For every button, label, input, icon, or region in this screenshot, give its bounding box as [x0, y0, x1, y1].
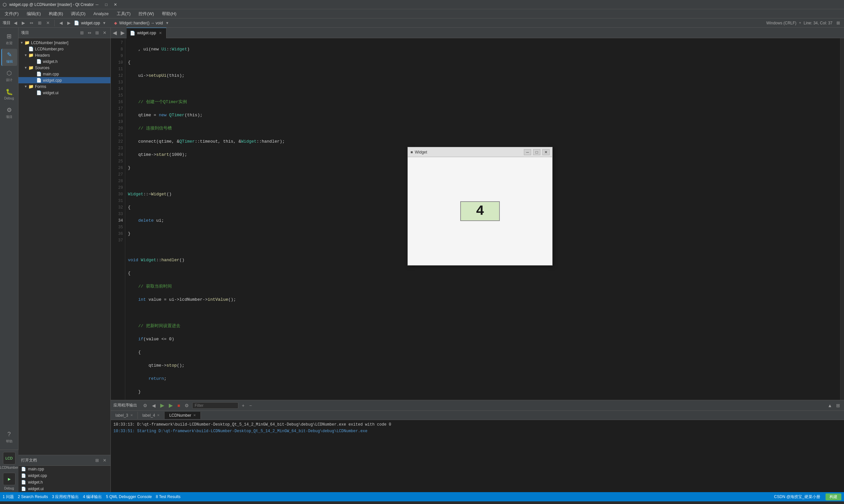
- menu-build[interactable]: 构建(B): [46, 10, 66, 18]
- project-toolbar-float[interactable]: ⊞: [94, 30, 100, 36]
- debug-device-label: Debug: [4, 487, 14, 490]
- project-panel: 项目 ⊞ ⇔ ⊞ ✕ ▼ 📁 LCDNumber [master] 📄 LCDN…: [18, 28, 111, 492]
- tree-sources[interactable]: ▼ 📁 Sources: [18, 65, 110, 71]
- project-toolbar-filter[interactable]: ⊞: [79, 30, 85, 36]
- sidebar-projects[interactable]: ⚙ 项目: [1, 104, 17, 121]
- widget-maximize-btn[interactable]: □: [533, 149, 540, 155]
- filter-add[interactable]: +: [240, 402, 246, 409]
- split-editor[interactable]: ⊠: [835, 20, 841, 26]
- tab-nav-right[interactable]: ▶: [119, 28, 126, 38]
- app-title: widget.cpp @ LCDNumber [master] - Qt Cre…: [9, 2, 93, 7]
- sidebar-debug-label: Debug: [4, 96, 14, 100]
- breadcrumb-selector[interactable]: ▾: [165, 20, 170, 26]
- tree-pro-file[interactable]: 📄 LCDNumber.pro: [18, 46, 110, 52]
- sidebar-debug[interactable]: 🐛 Debug: [1, 86, 17, 103]
- help-icon: ?: [5, 431, 13, 438]
- status-compile[interactable]: 4 编译输出: [83, 494, 102, 500]
- menu-help[interactable]: 帮助(H): [159, 10, 180, 18]
- tab-close-btn[interactable]: ✕: [158, 31, 163, 36]
- menu-analyze[interactable]: Analyze: [90, 10, 112, 17]
- maximize-button[interactable]: □: [103, 2, 109, 7]
- toolbar-forward[interactable]: ▶: [20, 20, 27, 26]
- tab-lcd-close[interactable]: ✕: [193, 413, 196, 417]
- pro-label: LCDNumber.pro: [35, 47, 64, 51]
- root-arrow: ▼: [20, 41, 24, 44]
- editor-scrollbar[interactable]: [840, 38, 844, 400]
- tree-headers[interactable]: ▼ 📁 Headers: [18, 52, 110, 58]
- output-settings[interactable]: ⚙: [142, 402, 149, 409]
- sources-arrow: ▼: [24, 66, 28, 70]
- statusbar: 1 问题 2 Search Results 3 应用程序输出 4 编译输出 5 …: [0, 492, 844, 501]
- output-prev[interactable]: ◀: [151, 402, 157, 409]
- tree-forms[interactable]: ▼ 📁 Forms: [18, 83, 110, 90]
- nav-back[interactable]: ◀: [58, 20, 64, 26]
- sidebar-design[interactable]: ⬡ 设计: [1, 67, 17, 84]
- left-sidebar: ⊞ 欢迎 ✎ 编辑 ⬡ 设计 🐛 Debug ⚙ 项目 ? 帮助 LCD LCD…: [0, 28, 18, 492]
- status-search[interactable]: 2 Search Results: [18, 494, 48, 499]
- close-button[interactable]: ✕: [112, 2, 119, 7]
- doc-widget-h[interactable]: 📄 widget.h: [18, 479, 110, 486]
- bottom-tab-lcdnumber[interactable]: LCDNumber ✕: [165, 412, 201, 419]
- status-qml[interactable]: 5 QML Debugger Console: [106, 494, 152, 499]
- tab3-close[interactable]: ✕: [130, 413, 133, 417]
- open-docs-float[interactable]: ⊞: [94, 457, 100, 464]
- sidebar-help[interactable]: ? 帮助: [1, 429, 17, 446]
- edit-icon: ✎: [6, 51, 13, 58]
- menu-file[interactable]: 文件(F): [1, 10, 22, 18]
- build-button[interactable]: 构建: [826, 493, 841, 500]
- tree-widget-cpp[interactable]: 📄 widget.cpp: [18, 77, 110, 83]
- output-float[interactable]: ⊞: [835, 402, 841, 409]
- widget-minimize-btn[interactable]: ─: [524, 149, 531, 155]
- status-output[interactable]: 3 应用程序输出: [52, 494, 79, 500]
- tab4-close[interactable]: ✕: [157, 413, 159, 417]
- sidebar-edit[interactable]: ✎ 编辑: [1, 49, 17, 66]
- bottom-tab-label3[interactable]: label_3 ✕: [111, 412, 138, 419]
- doc-main-cpp[interactable]: 📄 main.cpp: [18, 466, 110, 472]
- forms-icon: 📁: [28, 84, 34, 89]
- menu-controls[interactable]: 控件(W): [135, 10, 157, 18]
- output-run2[interactable]: ▶: [168, 401, 174, 409]
- doc-widget-cpp[interactable]: 📄 widget.cpp: [18, 472, 110, 479]
- forms-arrow: ▼: [24, 85, 28, 88]
- doc-widget-ui-label: widget.ui: [28, 487, 44, 491]
- menu-edit[interactable]: 编辑(E): [23, 10, 44, 18]
- forms-label: Forms: [35, 84, 46, 89]
- file-selector[interactable]: ▾: [102, 20, 107, 26]
- toolbar-back[interactable]: ◀: [13, 20, 18, 26]
- main-cpp-label: main.cpp: [43, 72, 59, 76]
- open-docs-panel: 打开文档 ⊞ ✕ 📄 main.cpp 📄 widget.cpp 📄 widge: [18, 455, 110, 492]
- toolbar-split[interactable]: ⇔: [28, 20, 35, 26]
- widget-close-btn[interactable]: ✕: [542, 149, 550, 155]
- sidebar-welcome[interactable]: ⊞ 欢迎: [1, 30, 17, 48]
- tree-widget-h[interactable]: 📄 widget.h: [18, 58, 110, 65]
- tree-widget-ui[interactable]: 📄 widget.ui: [18, 90, 110, 96]
- toolbar-float[interactable]: ⊞: [37, 20, 43, 26]
- sidebar-projects-label: 项目: [6, 115, 13, 119]
- output-expand[interactable]: ▲: [826, 402, 833, 409]
- widget-ui-label: widget.ui: [43, 91, 58, 95]
- project-toolbar-sync[interactable]: ⇔: [86, 30, 93, 36]
- minimize-button[interactable]: ─: [93, 2, 100, 7]
- filter-input[interactable]: [192, 402, 238, 409]
- tree-main-cpp[interactable]: 📄 main.cpp: [18, 71, 110, 77]
- bottom-tab-label4[interactable]: label_4 ✕: [138, 412, 165, 419]
- doc-widget-ui[interactable]: 📄 widget.ui: [18, 486, 110, 492]
- open-docs-close[interactable]: ✕: [102, 457, 108, 464]
- widget-cpp-label: widget.cpp: [43, 78, 62, 83]
- filter-remove[interactable]: −: [248, 402, 253, 409]
- tab-nav-left[interactable]: ◀: [111, 28, 119, 38]
- menu-debug[interactable]: 调试(D): [68, 10, 89, 18]
- doc-widget-cpp-label: widget.cpp: [28, 473, 47, 478]
- status-test[interactable]: 8 Test Results: [156, 494, 180, 499]
- output-stop[interactable]: ■: [176, 402, 181, 409]
- pro-icon: 📄: [28, 47, 34, 51]
- nav-forward[interactable]: ▶: [66, 20, 72, 26]
- project-toolbar-close[interactable]: ✕: [102, 30, 108, 36]
- tree-root[interactable]: ▼ 📁 LCDNumber [master]: [18, 39, 110, 46]
- status-problems[interactable]: 1 问题: [3, 494, 14, 500]
- output-gear[interactable]: ⚙: [183, 402, 190, 409]
- toolbar-close[interactable]: ✕: [45, 20, 51, 26]
- output-run[interactable]: ▶: [159, 401, 166, 409]
- tab-widget-cpp[interactable]: 📄 widget.cpp ✕: [126, 28, 167, 38]
- menu-tools[interactable]: 工具(T): [114, 10, 134, 18]
